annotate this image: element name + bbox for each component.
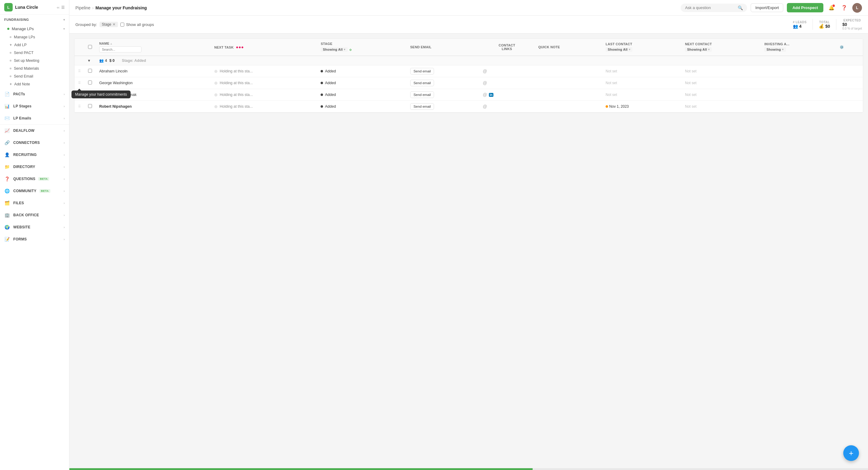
at-icon-3[interactable]: @ [483,92,487,97]
sidebar-toggle[interactable]: ‹‹ ☰ [57,5,65,10]
pipeline-header: Grouped by: Stage ✕ Show all groups # LE… [69,16,868,33]
help-button[interactable]: ❓ [840,3,849,12]
sidebar-item-recruiting[interactable]: 👤 RECRUITING › [0,149,69,161]
prospects-table: NAME ▴ NEXT TASK ●●● STAGE [74,39,863,113]
table-row: ⠿ Rich Sedmak Sedmak ⊕ Holding at this s… [74,89,863,101]
sidebar-item-send-materials[interactable]: Send Materials [0,65,69,72]
quick-note-cell-3[interactable] [535,89,602,101]
stage-showing-all[interactable]: Showing All ▾ [320,47,347,52]
send-email-button-1[interactable]: Send email [410,68,434,74]
sidebar-item-forms[interactable]: 📝 FORMS › [0,233,69,245]
contact-links-cell-4: @ [479,101,535,113]
row-checkbox-3[interactable] [88,92,92,96]
stage-filter-icon[interactable]: ⬦ [349,47,352,52]
stage-tag[interactable]: Stage ✕ [99,22,118,27]
sidebar-item-back-office[interactable]: 🏢 BACK OFFICE › [0,209,69,221]
fab-button[interactable]: + [843,445,859,461]
drag-handle-icon-4[interactable]: ⠿ [78,104,81,108]
prospect-name-4[interactable]: Robert Nipshagen [99,104,132,108]
th-settings[interactable]: ⚙️ [836,39,863,56]
setup-meeting-dot [10,60,11,62]
contact-links-content-1: @ [483,69,531,73]
at-icon-2[interactable]: @ [483,81,487,85]
sidebar-item-manage-lps-parent[interactable]: Manage LPs ▾ [0,25,69,33]
investing-showing-all[interactable]: Showing ▾ [764,47,786,52]
sidebar-item-add-note[interactable]: + Add Note [0,80,69,88]
sidebar-item-add-lp[interactable]: + Add LP [0,41,69,49]
sidebar-item-pacts[interactable]: 📄 PACTs › [0,88,69,100]
fundraising-header[interactable]: FUNDRAISING ▾ [0,15,69,25]
sidebar-item-community[interactable]: 🌐 COMMUNITY BETA › [0,185,69,197]
user-avatar[interactable]: L [852,3,862,13]
row-checkbox-1[interactable] [88,69,92,73]
last-contact-showing-all[interactable]: Showing All ▾ [606,47,632,52]
task-text-1: Holding at this sta... [220,69,253,73]
import-export-button[interactable]: Import/Export [751,3,783,12]
leads-stat: # LEADS 👥 4 [793,21,807,29]
sidebar-item-setup-meeting[interactable]: Set up Meeting [0,57,69,65]
send-email-button-2[interactable]: Send email [410,80,434,86]
stats-bar: # LEADS 👥 4 TOTAL 💰 $0 EXPECTED $0 [793,19,862,30]
sidebar-item-directory[interactable]: 📁 DIRECTORY › [0,161,69,173]
quick-note-cell-1[interactable] [535,65,602,77]
notifications-button[interactable]: 🔔 [827,3,836,12]
at-icon-1[interactable]: @ [483,69,487,73]
drag-handle-icon-2[interactable]: ⠿ [78,81,81,85]
connectors-label: CONNECTORS [13,140,40,145]
row-checkbox-4[interactable] [88,104,92,108]
row-checkbox-2[interactable] [88,81,92,85]
sidebar-item-website[interactable]: 🌍 WEBSITE › [0,221,69,233]
quick-note-cell-4[interactable] [535,101,602,113]
group-chevron-icon[interactable]: ▾ [88,59,90,63]
prospect-name-1[interactable]: Abraham Lincoln [99,69,128,73]
leads-value: 👥 4 [793,24,807,29]
task-circle-icon-1: ⊕ [214,69,218,73]
directory-icon: 📁 [4,164,10,170]
breadcrumb-sep: › [92,5,94,10]
th-name-label: NAME [99,42,110,45]
search-input[interactable] [685,5,735,10]
sidebar-item-lp-stages[interactable]: 📊 LP Stages › [0,100,69,112]
sidebar-item-questions[interactable]: ❓ QUESTIONS BETA › [0,173,69,185]
send-email-button-4[interactable]: Send email [410,103,434,110]
sidebar-item-lp-emails[interactable]: ✉️ LP Emails › [0,112,69,124]
stage-tag-remove[interactable]: ✕ [113,22,116,27]
group-amount: $ 0 [110,59,115,63]
next-contact-showing-all[interactable]: Showing All ▾ [685,47,712,52]
prospect-name-3[interactable]: Rich Sedmak Sedmak [99,93,136,97]
dealflow-chevron: › [64,129,65,132]
breadcrumb-pipeline[interactable]: Pipeline [75,5,91,10]
lp-stages-chevron: › [64,104,65,108]
send-pact-label: Send PACT [14,51,33,55]
quick-note-cell-2[interactable] [535,77,602,89]
sidebar-item-send-email[interactable]: Send Email [0,72,69,80]
send-email-button-3[interactable]: Send email [410,91,434,98]
task-content-4: ⊕ Holding at this sta... [214,104,313,109]
sidebar-item-connectors[interactable]: 🔗 CONNECTORS › [0,137,69,149]
stage-value-3: Added [325,93,336,97]
add-prospect-button[interactable]: Add Prospect [787,3,824,12]
next-contact-value-1: Not set [685,69,696,73]
table-header-row: NAME ▴ NEXT TASK ●●● STAGE [74,39,863,56]
sidebar-item-manage-lps[interactable]: Manage LPs [0,33,69,41]
sidebar-item-files[interactable]: 🗂️ FILES › [0,197,69,209]
th-next-task: NEXT TASK ●●● [211,39,317,56]
drag-handle-icon-3[interactable]: ⠿ [78,93,81,97]
org-name: Luna Circle [15,5,38,10]
group-row-added: ▾ 👥 4 $ 0 Stage: Added [74,56,863,65]
at-icon-4[interactable]: @ [483,104,487,109]
group-expand[interactable]: ▾ [85,56,96,65]
name-search-input[interactable] [99,46,142,53]
prospect-name-2[interactable]: George Washington [99,81,133,85]
drag-handle-icon[interactable]: ⠿ [78,69,81,73]
select-all-checkbox[interactable] [88,45,92,49]
next-contact-cell-3: Not set [681,89,761,101]
linkedin-icon-3[interactable]: in [489,93,493,97]
sidebar-item-dealflow[interactable]: 📈 DEALFLOW › [0,125,69,137]
th-drag [74,39,85,56]
org-logo[interactable]: L Luna Circle [4,3,38,11]
sidebar-item-send-pact[interactable]: Send PACT [0,49,69,57]
show-groups-checkbox-label[interactable]: Show all groups [120,22,154,27]
show-groups-checkbox[interactable] [120,23,124,27]
send-email-label: Send Email [14,74,33,79]
